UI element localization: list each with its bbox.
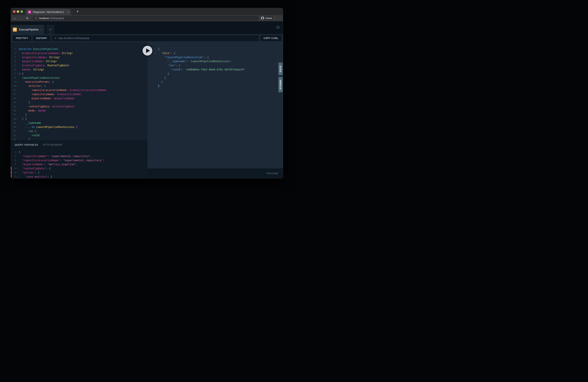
fold-spacer xyxy=(16,158,19,163)
tab-query-variables[interactable]: QUERY VARIABLES xyxy=(15,144,38,146)
new-tab-button[interactable]: + xyxy=(75,9,81,14)
editor-line[interactable]: 9▾ executionParams: { xyxy=(11,80,147,84)
copy-curl-button[interactable]: COPY CURL xyxy=(260,35,282,41)
schema-side-tab[interactable]: SCHEMA xyxy=(278,77,283,92)
variables-line[interactable]: 4 "pipelineName": "metrics_pipeline", xyxy=(11,162,147,167)
editor-line[interactable]: 21 run { xyxy=(11,129,147,133)
undo-icon[interactable]: ↺ xyxy=(54,37,57,40)
editor-line[interactable]: 23 } xyxy=(11,137,147,140)
editor-line[interactable]: 4 $pipelineName: String! xyxy=(11,59,147,64)
fold-spacer xyxy=(154,76,158,80)
execute-button[interactable] xyxy=(142,45,153,57)
fold-spacer xyxy=(16,133,19,137)
fold-arrow-icon[interactable]: ▾ xyxy=(16,171,19,175)
line-number: 18 xyxy=(11,117,16,121)
query-editor[interactable]: 1mutation ExecutePipeline(2 $repositoryL… xyxy=(11,42,147,140)
tab-close-icon[interactable]: × xyxy=(67,10,69,14)
fold-arrow-icon[interactable]: ▾ xyxy=(16,72,19,76)
browser-tab[interactable]: Playground - http://localhost:3 × xyxy=(26,9,71,15)
prettify-button[interactable]: PRETTIFY xyxy=(13,35,31,41)
editor-line[interactable]: 22 runId xyxy=(11,133,147,137)
line-number: 20 xyxy=(11,125,16,129)
editor-line[interactable]: 2 $repositoryLocationName: String! xyxy=(11,51,147,55)
line-number: 12 xyxy=(11,92,16,96)
editor-line[interactable]: 6 $mode: String! xyxy=(11,68,147,72)
new-session-button[interactable]: + xyxy=(46,25,54,34)
editor-line[interactable]: 15 runConfigData: $runConfigData xyxy=(11,105,147,109)
editor-line[interactable]: 7▾) { xyxy=(11,72,147,76)
response-code-text: } xyxy=(158,72,169,76)
endpoint-url-text: http://localhost:3333/graphql xyxy=(58,37,89,40)
variables-line[interactable]: 7▾ "save_metrics": { xyxy=(11,175,147,178)
profile-button[interactable]: Guest xyxy=(260,16,274,21)
editor-line[interactable]: 1mutation ExecutePipeline( xyxy=(11,47,147,51)
traffic-light-zoom[interactable] xyxy=(21,10,23,13)
history-button[interactable]: HISTORY xyxy=(33,35,50,41)
error-marker xyxy=(11,175,12,178)
session-tab-close-icon[interactable]: × xyxy=(41,28,42,31)
browser-window: Playground - http://localhost:3 × + ← → … xyxy=(11,8,283,178)
line-number: 2 xyxy=(11,154,16,158)
fold-spacer xyxy=(154,80,158,84)
fold-arrow-icon[interactable]: ▾ xyxy=(16,117,19,121)
docs-side-tab[interactable]: DOCS xyxy=(278,63,283,75)
line-number: 10 xyxy=(11,84,16,88)
editor-line[interactable]: 3 $repositoryName: String! xyxy=(11,55,147,60)
forward-icon[interactable]: → xyxy=(19,15,23,21)
reload-icon[interactable]: ↻ xyxy=(25,15,30,21)
browser-menu-icon[interactable]: ⋮ xyxy=(273,15,276,21)
fold-spacer xyxy=(16,59,19,64)
back-icon[interactable]: ← xyxy=(12,15,17,21)
session-tab[interactable]: M ExecutePipeline × xyxy=(11,25,44,34)
fold-arrow-icon[interactable]: ▾ xyxy=(16,175,19,178)
fold-spacer xyxy=(16,100,19,105)
fold-arrow-icon[interactable]: ▾ xyxy=(16,167,19,171)
editor-code-text: $runConfigData: RunConfigData! xyxy=(19,64,70,68)
traffic-light-close[interactable] xyxy=(13,10,16,13)
fold-arrow-icon[interactable]: ▾ xyxy=(154,47,158,51)
editor-line[interactable]: 20▾ ... on LaunchPipelineRunSuccess { xyxy=(11,125,147,129)
line-number: 1 xyxy=(11,150,16,154)
editor-line[interactable]: 13 pipelineName: $pipelineName xyxy=(11,96,147,101)
endpoint-input[interactable]: ↺ http://localhost:3333/graphql xyxy=(52,35,259,41)
mutation-badge: M xyxy=(13,27,17,32)
tracing-toggle[interactable]: TRACING xyxy=(266,172,278,175)
editor-line[interactable]: 5 $runConfigData: RunConfigData! xyxy=(11,64,147,68)
editor-line[interactable]: 10▾ selector: { xyxy=(11,84,147,88)
fold-spacer xyxy=(16,129,19,133)
variables-line[interactable]: 5▾ "runConfigData": { xyxy=(11,167,147,171)
editor-line[interactable]: 18▾ ) { xyxy=(11,117,147,121)
response-line: "run": { xyxy=(154,64,283,68)
response-code-text: } xyxy=(158,84,160,88)
fold-spacer xyxy=(16,51,19,55)
variables-line[interactable]: 2 "repositoryName": "experimental_reposi… xyxy=(11,154,147,158)
editor-line[interactable]: 19 __typename xyxy=(11,121,147,125)
fold-arrow-icon[interactable]: ▾ xyxy=(16,150,19,154)
editor-line[interactable]: 17 } xyxy=(11,113,147,117)
traffic-light-minimize[interactable] xyxy=(17,10,19,13)
site-info-icon[interactable]: i xyxy=(35,17,37,20)
fold-arrow-icon[interactable]: ▾ xyxy=(154,51,158,55)
fold-spacer xyxy=(16,154,19,158)
fold-arrow-icon[interactable]: ▾ xyxy=(16,84,19,88)
tab-http-headers[interactable]: HTTP HEADERS xyxy=(43,144,62,146)
editor-line[interactable]: 11 repositoryLocationName: $repositoryLo… xyxy=(11,88,147,92)
fold-arrow-icon[interactable]: ▾ xyxy=(154,55,158,60)
editor-line[interactable]: 16 mode: $mode xyxy=(11,109,147,113)
settings-gear-icon[interactable]: ⚙ xyxy=(276,25,280,30)
fold-arrow-icon[interactable]: ▾ xyxy=(16,125,19,129)
variables-line[interactable]: 1▾{ xyxy=(11,150,147,154)
editor-line[interactable]: 14 } xyxy=(11,100,147,105)
fold-spacer xyxy=(154,68,158,72)
line-number: 2 xyxy=(11,51,16,55)
editor-line[interactable]: 12 repositoryName: $repositoryName xyxy=(11,92,147,96)
editor-line[interactable]: 8 launchPipelineExecution( xyxy=(11,76,147,80)
variables-line[interactable]: 6▾ "solids": { xyxy=(11,171,147,175)
url-field[interactable]: i localhost:3333/graphql xyxy=(33,16,259,21)
variables-line[interactable]: 3 "repositoryLocationName": "experimenta… xyxy=(11,158,147,163)
response-line: } xyxy=(154,80,283,84)
fold-spacer xyxy=(16,47,19,51)
fold-spacer xyxy=(16,55,19,60)
fold-arrow-icon[interactable]: ▾ xyxy=(16,80,19,84)
screenshot-background: Playground - http://localhost:3 × + ← → … xyxy=(0,0,294,191)
